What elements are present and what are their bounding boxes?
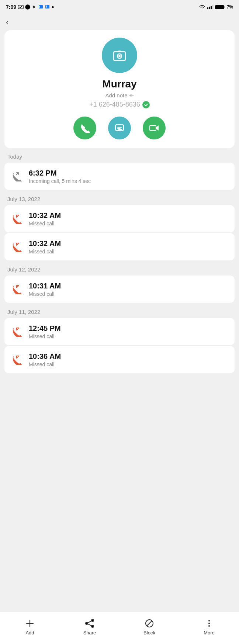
status-icons: 7%	[199, 4, 233, 10]
call-time: 12:45 PM	[29, 324, 61, 333]
svg-rect-10	[211, 6, 212, 9]
svg-point-30	[208, 623, 210, 624]
svg-point-31	[208, 625, 210, 627]
phone-number: +1 626-485-8636	[89, 101, 150, 108]
call-item[interactable]: 10:32 AMMissed call	[4, 233, 235, 260]
call-sections: Today 6:32 PMIncoming call, 5 mins 4 sec…	[0, 148, 239, 373]
svg-line-28	[147, 620, 152, 626]
block-icon	[144, 618, 155, 629]
section-header: July 11, 2022	[0, 304, 239, 318]
svg-point-2	[27, 6, 28, 8]
call-desc: Missed call	[29, 221, 61, 226]
missed-call-icon	[11, 354, 23, 366]
nav-add-label: Add	[25, 630, 34, 636]
nav-block-label: Block	[143, 630, 155, 636]
call-time: 10:32 AM	[29, 239, 61, 248]
svg-point-24	[91, 625, 94, 627]
call-time: 6:32 PM	[29, 169, 91, 177]
svg-point-29	[208, 620, 210, 622]
more-icon	[204, 618, 214, 629]
svg-rect-11	[212, 5, 213, 9]
contact-card: Murray Add note ✏ +1 626-485-8636	[4, 30, 235, 148]
call-desc: Missed call	[29, 361, 61, 367]
missed-call-icon	[11, 241, 23, 253]
nav-more-label: More	[204, 630, 215, 636]
avatar	[102, 38, 137, 73]
svg-line-25	[88, 621, 91, 623]
nav-add[interactable]: Add	[0, 618, 60, 636]
call-desc: Missed call	[29, 333, 61, 339]
call-time: 10:36 AM	[29, 352, 61, 361]
call-item[interactable]: 6:32 PMIncoming call, 5 mins 4 sec	[4, 163, 235, 190]
nav-share[interactable]: Share	[60, 618, 119, 636]
nav-share-label: Share	[83, 630, 96, 636]
svg-point-22	[91, 619, 94, 622]
call-time: 10:31 AM	[29, 281, 61, 290]
section-header: Today	[0, 148, 239, 163]
section-header: July 13, 2022	[0, 191, 239, 205]
status-time: 7:09 ✳ f f •	[6, 3, 54, 11]
svg-rect-8	[207, 7, 208, 9]
svg-rect-9	[209, 7, 210, 9]
call-desc: Incoming call, 5 mins 4 sec	[29, 178, 91, 184]
call-time: 10:32 AM	[29, 211, 61, 220]
missed-call-icon	[11, 213, 23, 225]
share-icon	[84, 618, 95, 629]
svg-rect-19	[150, 125, 156, 131]
svg-text:✳: ✳	[32, 5, 36, 9]
back-arrow-icon: ‹	[6, 18, 8, 27]
call-item[interactable]: 10:36 AMMissed call	[4, 346, 235, 373]
missed-call-icon	[11, 283, 23, 295]
action-buttons	[73, 117, 166, 139]
add-icon	[25, 618, 35, 629]
call-item[interactable]: 10:32 AMMissed call	[4, 205, 235, 232]
nav-block[interactable]: Block	[119, 618, 179, 636]
missed-call-icon	[11, 326, 23, 337]
contact-name: Murray	[102, 78, 136, 90]
svg-line-26	[88, 624, 91, 626]
svg-point-23	[86, 622, 88, 624]
nav-more[interactable]: More	[179, 618, 239, 636]
call-item[interactable]: 12:45 PMMissed call	[4, 318, 235, 345]
message-button[interactable]	[108, 117, 131, 139]
incoming-call-icon	[11, 170, 23, 182]
svg-point-16	[118, 55, 121, 57]
pencil-icon: ✏	[129, 93, 134, 98]
video-call-button[interactable]	[143, 117, 166, 139]
svg-rect-13	[216, 6, 217, 8]
svg-rect-17	[118, 51, 121, 52]
back-button[interactable]: ‹	[0, 13, 239, 30]
call-item[interactable]: 10:31 AMMissed call	[4, 276, 235, 303]
call-button[interactable]	[73, 117, 96, 139]
status-bar: 7:09 ✳ f f • 7%	[0, 0, 239, 13]
bottom-nav: Add Share Block	[0, 612, 239, 644]
verified-icon	[142, 101, 150, 108]
call-desc: Missed call	[29, 291, 61, 297]
add-note[interactable]: Add note ✏	[105, 92, 134, 98]
section-header: July 12, 2022	[0, 261, 239, 276]
call-desc: Missed call	[29, 249, 61, 255]
